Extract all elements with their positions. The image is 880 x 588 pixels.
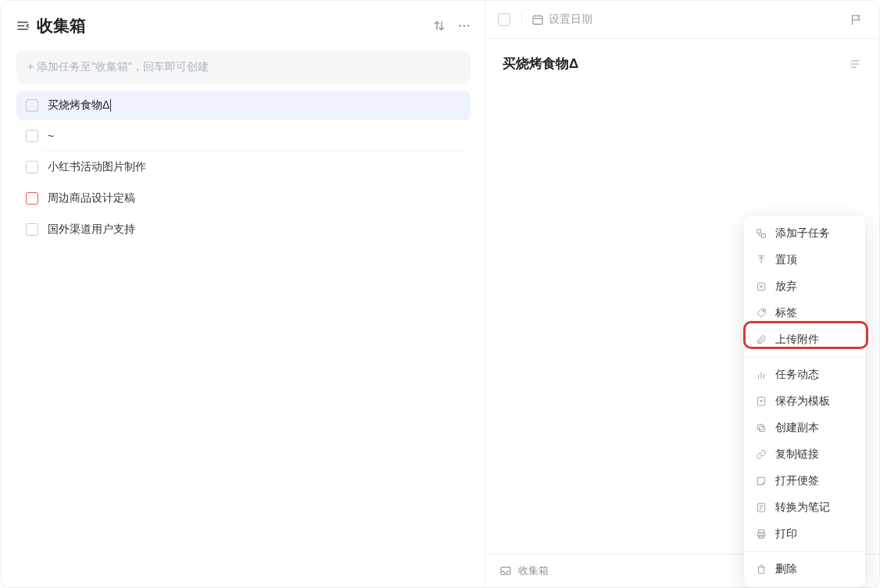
- task-row[interactable]: 国外渠道用户支持: [16, 215, 470, 244]
- note-icon: [755, 501, 767, 514]
- footer-list-label[interactable]: 收集箱: [518, 564, 549, 578]
- menu-divider: [744, 357, 865, 358]
- checkbox-icon[interactable]: [26, 192, 38, 205]
- menu-label: 置顶: [775, 253, 797, 267]
- set-date-button[interactable]: 设置日期: [531, 12, 848, 27]
- task-label[interactable]: 周边商品设计定稿: [48, 191, 461, 205]
- sticky-icon: [755, 475, 767, 487]
- svg-point-7: [467, 25, 470, 27]
- activity-icon: [755, 369, 767, 381]
- detail-title-row: 买烧烤食物Δ: [485, 39, 879, 79]
- attachment-icon: [755, 333, 767, 346]
- svg-rect-35: [760, 426, 765, 432]
- menu-item-activity[interactable]: 任务动态: [744, 362, 865, 388]
- detail-header: 设置日期: [485, 1, 879, 39]
- checkbox-icon[interactable]: [26, 99, 38, 112]
- menu-item-template[interactable]: 保存为模板: [744, 388, 865, 415]
- calendar-icon: [531, 13, 544, 26]
- svg-rect-8: [533, 16, 542, 24]
- delete-icon: [755, 563, 767, 576]
- left-panel: 收集箱 + 添加任务至"收集箱"，回车即可创建 买烧烤食物Δ ~: [1, 1, 485, 587]
- sort-icon[interactable]: [431, 18, 447, 34]
- menu-label: 删除: [775, 562, 797, 576]
- date-label: 设置日期: [549, 12, 592, 27]
- menu-item-duplicate[interactable]: 创建副本: [744, 415, 865, 441]
- duplicate-icon: [755, 422, 767, 434]
- menu-item-tag[interactable]: 标签: [744, 300, 865, 326]
- page-title: 收集箱: [37, 15, 431, 37]
- task-row[interactable]: ~: [16, 122, 470, 150]
- task-row[interactable]: 周边商品设计定稿: [16, 184, 470, 213]
- menu-label: 保存为模板: [775, 394, 830, 408]
- svg-point-6: [463, 25, 466, 27]
- detail-checkbox[interactable]: [498, 13, 510, 26]
- pin-icon: [755, 254, 767, 266]
- svg-point-5: [459, 25, 461, 27]
- menu-label: 任务动态: [775, 368, 819, 382]
- inbox-icon: [499, 565, 512, 577]
- sidebar-toggle-icon[interactable]: [15, 18, 30, 34]
- checkbox-icon[interactable]: [26, 223, 38, 236]
- menu-label: 打开便签: [775, 474, 819, 488]
- template-icon: [755, 395, 767, 408]
- menu-label: 转换为笔记: [775, 501, 830, 515]
- task-label[interactable]: ~: [48, 130, 461, 142]
- svg-rect-21: [757, 230, 761, 233]
- svg-rect-36: [757, 424, 763, 429]
- link-icon: [755, 448, 767, 461]
- menu-item-note[interactable]: 转换为笔记: [744, 494, 865, 521]
- svg-point-28: [763, 310, 764, 312]
- menu-item-pin[interactable]: 置顶: [744, 247, 865, 273]
- checkbox-icon[interactable]: [26, 130, 38, 142]
- detail-title[interactable]: 买烧烤食物Δ: [503, 55, 848, 73]
- context-menu: 添加子任务 置顶 放弃 标签 上传附件 任务动态: [744, 216, 865, 587]
- menu-item-delete[interactable]: 删除: [744, 556, 865, 583]
- task-row[interactable]: 小红书活动图片制作: [16, 152, 470, 182]
- menu-label: 上传附件: [775, 333, 819, 347]
- right-panel: 设置日期 买烧烤食物Δ 收集箱: [485, 1, 879, 587]
- menu-label: 放弃: [775, 280, 797, 294]
- menu-label: 复制链接: [775, 447, 819, 461]
- svg-rect-22: [762, 234, 766, 238]
- task-label[interactable]: 买烧烤食物Δ: [48, 98, 461, 112]
- menu-item-abandon[interactable]: 放弃: [744, 273, 865, 300]
- svg-rect-41: [759, 530, 764, 533]
- print-icon: [755, 528, 767, 540]
- menu-label: 标签: [775, 306, 797, 320]
- menu-item-print[interactable]: 打印: [744, 521, 865, 547]
- add-task-input[interactable]: + 添加任务至"收集箱"，回车即可创建: [16, 51, 470, 84]
- left-header: 收集箱: [9, 12, 478, 46]
- menu-label: 创建副本: [775, 421, 819, 435]
- menu-label: 打印: [775, 527, 797, 541]
- menu-divider: [744, 551, 865, 552]
- more-icon[interactable]: [456, 18, 472, 34]
- menu-item-link[interactable]: 复制链接: [744, 441, 865, 468]
- task-label[interactable]: 小红书活动图片制作: [48, 160, 461, 174]
- subtask-icon: [755, 227, 767, 240]
- menu-item-sticky[interactable]: 打开便签: [744, 468, 865, 494]
- tag-icon: [755, 307, 767, 319]
- task-list: 买烧烤食物Δ ~ 小红书活动图片制作 周边商品设计定稿 国外渠道用户支持: [9, 90, 478, 245]
- task-row[interactable]: 买烧烤食物Δ: [16, 91, 470, 120]
- menu-item-attachment[interactable]: 上传附件: [744, 326, 865, 353]
- outline-icon[interactable]: [848, 57, 862, 71]
- menu-label: 添加子任务: [775, 226, 830, 241]
- checkbox-icon[interactable]: [26, 161, 38, 173]
- menu-item-subtask[interactable]: 添加子任务: [744, 220, 865, 247]
- abandon-icon: [755, 280, 767, 293]
- task-label[interactable]: 国外渠道用户支持: [48, 223, 461, 237]
- flag-icon[interactable]: [848, 12, 864, 27]
